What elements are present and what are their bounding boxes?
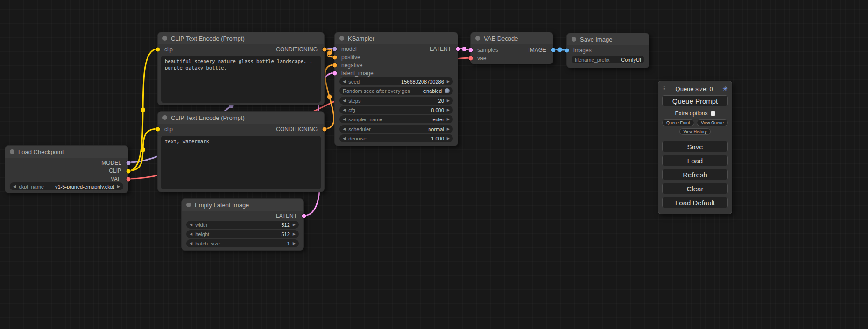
load-default-button[interactable]: Load Default bbox=[662, 197, 728, 208]
node-title: Save Image bbox=[580, 36, 612, 43]
node-vae-decode[interactable]: VAE Decode samples vae IMAGE bbox=[470, 32, 553, 64]
collapse-dot-icon[interactable] bbox=[572, 37, 576, 42]
increment-arrow-icon[interactable]: ▶ bbox=[447, 118, 450, 121]
node-clip-text-encode-positive[interactable]: CLIP Text Encode (Prompt) clip CONDITION… bbox=[157, 32, 325, 105]
node-clip-text-encode-negative[interactable]: CLIP Text Encode (Prompt) clip CONDITION… bbox=[157, 111, 325, 192]
node-title: Load Checkpoint bbox=[18, 148, 64, 155]
queue-front-button[interactable]: Queue Front bbox=[662, 119, 694, 126]
decrement-arrow-icon[interactable]: ◀ bbox=[343, 99, 346, 103]
input-port-images[interactable] bbox=[565, 49, 569, 53]
node-header[interactable]: CLIP Text Encode (Prompt) bbox=[158, 32, 324, 44]
prompt-textarea[interactable]: beautiful scenery nature glass bottle la… bbox=[161, 56, 321, 103]
node-header[interactable]: Save Image bbox=[567, 33, 649, 45]
widget-label: ckpt_name bbox=[19, 184, 44, 189]
load-button[interactable]: Load bbox=[662, 155, 728, 166]
widget-height[interactable]: ◀ height 512 ▶ bbox=[186, 230, 299, 238]
node-header[interactable]: KSampler bbox=[335, 32, 458, 44]
widget-ckpt-name[interactable]: ◀ ckpt_name v1-5-pruned-emaonly.ckpt ▶ bbox=[10, 182, 123, 190]
output-port-latent[interactable] bbox=[302, 214, 306, 218]
decrement-arrow-icon[interactable]: ◀ bbox=[343, 80, 346, 84]
drag-handle-icon[interactable]: ⣿ bbox=[662, 86, 666, 92]
node-header[interactable]: Load Checkpoint bbox=[5, 146, 128, 158]
input-port-samples[interactable] bbox=[469, 48, 473, 52]
widget-steps[interactable]: ◀ steps 20 ▶ bbox=[339, 97, 453, 105]
wire-clip-negative bbox=[128, 129, 157, 171]
output-port-conditioning[interactable] bbox=[323, 48, 327, 52]
increment-arrow-icon[interactable]: ▶ bbox=[117, 185, 120, 189]
increment-arrow-icon[interactable]: ▶ bbox=[293, 242, 296, 245]
refresh-button[interactable]: Refresh bbox=[662, 169, 728, 180]
widget-batch-size[interactable]: ◀ batch_size 1 ▶ bbox=[186, 239, 299, 247]
input-port-vae[interactable] bbox=[469, 56, 473, 61]
queue-menu-panel[interactable]: ⣿ Queue size: 0 ✳ Queue Prompt Extra opt… bbox=[658, 81, 732, 214]
decrement-arrow-icon[interactable]: ◀ bbox=[343, 118, 346, 121]
increment-arrow-icon[interactable]: ▶ bbox=[447, 108, 450, 112]
node-title: VAE Decode bbox=[484, 35, 518, 42]
widget-cfg[interactable]: ◀ cfg 8.000 ▶ bbox=[339, 106, 453, 114]
save-button[interactable]: Save bbox=[662, 141, 728, 152]
input-port-model[interactable] bbox=[333, 47, 337, 51]
widget-label: cfg bbox=[348, 107, 355, 113]
increment-arrow-icon[interactable]: ▶ bbox=[447, 80, 450, 84]
input-port-positive[interactable] bbox=[333, 56, 337, 60]
output-port-conditioning[interactable] bbox=[323, 127, 327, 132]
collapse-dot-icon[interactable] bbox=[10, 149, 14, 154]
widget-scheduler[interactable]: ◀ scheduler normal ▶ bbox=[339, 125, 453, 133]
widget-seed[interactable]: ◀ seed 156680208700286 ▶ bbox=[339, 77, 453, 85]
output-port-latent[interactable] bbox=[456, 47, 460, 51]
widget-sampler-name[interactable]: ◀ sampler_name euler ▶ bbox=[339, 115, 453, 123]
decrement-arrow-icon[interactable]: ◀ bbox=[190, 232, 192, 236]
decrement-arrow-icon[interactable]: ◀ bbox=[343, 108, 346, 112]
settings-gear-icon[interactable]: ✳ bbox=[722, 85, 728, 92]
input-port-clip[interactable] bbox=[156, 48, 160, 52]
widget-label: sampler_name bbox=[348, 117, 382, 122]
queue-prompt-button[interactable]: Queue Prompt bbox=[662, 95, 728, 106]
node-header[interactable]: Empty Latent Image bbox=[182, 199, 303, 211]
decrement-arrow-icon[interactable]: ◀ bbox=[190, 242, 192, 245]
collapse-dot-icon[interactable] bbox=[339, 36, 344, 41]
collapse-dot-icon[interactable] bbox=[475, 36, 480, 41]
toggle-knob-icon[interactable] bbox=[445, 88, 450, 93]
decrement-arrow-icon[interactable]: ◀ bbox=[343, 137, 346, 140]
output-port-model[interactable] bbox=[127, 161, 131, 165]
node-empty-latent-image[interactable]: Empty Latent Image LATENT ◀ width 512 ▶ … bbox=[181, 198, 304, 251]
input-port-clip[interactable] bbox=[156, 127, 160, 132]
increment-arrow-icon[interactable]: ▶ bbox=[293, 232, 296, 236]
output-label-image: IMAGE bbox=[528, 46, 546, 54]
collapse-dot-icon[interactable] bbox=[162, 36, 167, 41]
wire-midpoint-dot bbox=[462, 47, 466, 51]
clear-button[interactable]: Clear bbox=[662, 183, 728, 194]
output-port-clip[interactable] bbox=[127, 169, 131, 174]
node-header[interactable]: VAE Decode bbox=[471, 32, 553, 44]
widget-value: normal bbox=[428, 126, 444, 132]
increment-arrow-icon[interactable]: ▶ bbox=[447, 127, 450, 131]
output-label-latent: LATENT bbox=[276, 212, 297, 220]
prompt-textarea[interactable]: text, watermark bbox=[161, 136, 321, 189]
output-port-image[interactable] bbox=[551, 48, 556, 52]
graph-canvas[interactable]: { "canvas": {"width": 1859, "height": 70… bbox=[0, 0, 868, 329]
node-ksampler[interactable]: KSampler model positive negative latent_… bbox=[334, 32, 458, 146]
collapse-dot-icon[interactable] bbox=[186, 203, 191, 207]
view-queue-button[interactable]: View Queue bbox=[697, 119, 728, 126]
output-label-clip: CLIP bbox=[109, 167, 121, 175]
widget-filename-prefix[interactable]: filename_prefix ComfyUI bbox=[572, 56, 644, 63]
decrement-arrow-icon[interactable]: ◀ bbox=[13, 185, 16, 189]
input-port-negative[interactable] bbox=[333, 63, 337, 68]
increment-arrow-icon[interactable]: ▶ bbox=[293, 223, 296, 227]
decrement-arrow-icon[interactable]: ◀ bbox=[343, 127, 346, 131]
node-load-checkpoint[interactable]: Load Checkpoint MODEL CLIP VAE ◀ ckpt_na… bbox=[5, 145, 128, 193]
increment-arrow-icon[interactable]: ▶ bbox=[447, 137, 450, 140]
input-port-latent-image[interactable] bbox=[333, 71, 337, 76]
collapse-dot-icon[interactable] bbox=[162, 115, 167, 120]
widget-random-seed[interactable]: Random seed after every gen enabled bbox=[339, 87, 453, 95]
increment-arrow-icon[interactable]: ▶ bbox=[447, 99, 450, 103]
view-history-button[interactable]: View History bbox=[679, 128, 711, 135]
node-save-image[interactable]: Save Image images filename_prefix ComfyU… bbox=[566, 33, 649, 68]
output-port-vae[interactable] bbox=[127, 177, 131, 182]
widget-denoise[interactable]: ◀ denoise 1.000 ▶ bbox=[339, 134, 453, 142]
extra-options-checkbox[interactable] bbox=[711, 111, 715, 116]
wire-clip-positive bbox=[128, 49, 157, 171]
decrement-arrow-icon[interactable]: ◀ bbox=[190, 223, 192, 227]
widget-width[interactable]: ◀ width 512 ▶ bbox=[186, 221, 299, 229]
node-header[interactable]: CLIP Text Encode (Prompt) bbox=[158, 112, 324, 124]
